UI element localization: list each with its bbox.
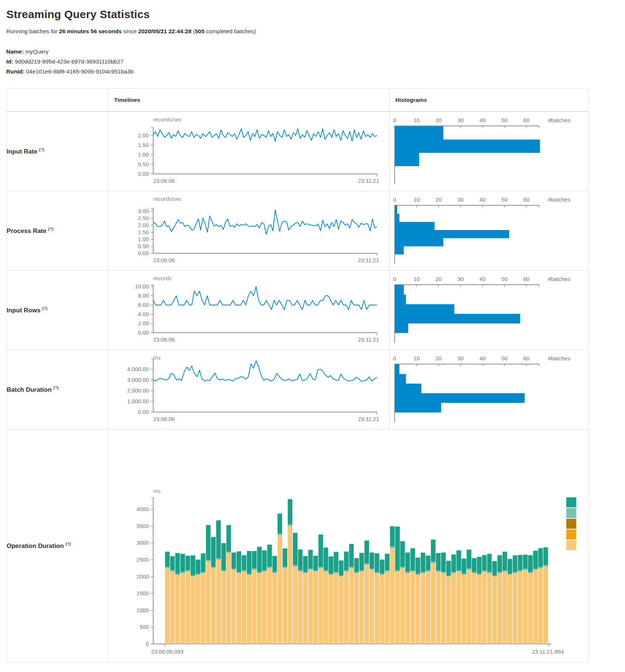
svg-text:1.00: 1.00	[138, 151, 149, 158]
svg-text:60: 60	[523, 355, 530, 361]
svg-text:records: records	[153, 275, 172, 281]
svg-text:23:06:06: 23:06:06	[153, 257, 175, 263]
svg-text:0: 0	[393, 117, 396, 123]
svg-text:30: 30	[457, 355, 464, 361]
operation-duration-label: Operation Duration	[7, 542, 64, 549]
svg-text:8.00: 8.00	[138, 292, 149, 299]
svg-text:0.50: 0.50	[138, 243, 149, 249]
query-id-row: Id: 9d0dd219-995d-423e-b97d-36931110bb27	[6, 56, 619, 66]
legend-swatch-4[interactable]	[566, 540, 576, 550]
histogram-svg: 0102030405060#batches	[389, 271, 588, 350]
input-rows-timeline-cell: records10.008.006.004.002.000.0023:06:06…	[108, 271, 389, 350]
batch-duration-help-icon[interactable]: (?)	[54, 385, 59, 390]
legend-swatch-3[interactable]	[566, 529, 576, 539]
subtitle-segment: Running batches for	[6, 28, 59, 34]
batch-duration-label: Batch Duration	[7, 386, 52, 393]
timelines-column-header: Timelines	[108, 89, 389, 112]
svg-text:0.00: 0.00	[138, 409, 149, 415]
histogram-svg: 0102030405060#batches	[389, 191, 588, 270]
svg-text:4,000.00: 4,000.00	[127, 366, 149, 372]
operation-duration-row: Operation Duration (?) ms400035003000250…	[7, 429, 588, 662]
query-runid-label: RunId:	[6, 68, 24, 75]
svg-text:20: 20	[436, 276, 442, 282]
process-rate-row: Process Rate (?) records/sec3.002.502.00…	[7, 191, 588, 271]
subtitle-segment: completed batches)	[205, 28, 256, 34]
svg-text:23:06:06: 23:06:06	[153, 336, 175, 343]
input-rows-histogram-cell: 0102030405060#batches	[389, 271, 588, 350]
input-rows-label: Input Rows	[7, 307, 41, 314]
svg-text:40: 40	[480, 355, 486, 361]
query-name-value: myQuery	[25, 48, 49, 55]
input-rows-label-cell: Input Rows (?)	[7, 271, 108, 350]
svg-text:30: 30	[457, 117, 464, 123]
process-rate-label-cell: Process Rate (?)	[7, 191, 108, 271]
operation-duration-chart: ms4000350030002500200015001000500023:06:…	[108, 429, 588, 662]
svg-text:3,000.00: 3,000.00	[127, 377, 149, 383]
input-rate-help-icon[interactable]: (?)	[39, 147, 44, 152]
svg-text:ms: ms	[153, 354, 161, 361]
svg-text:1.50: 1.50	[138, 229, 149, 235]
svg-text:10: 10	[413, 196, 420, 203]
histogram-svg: 0102030405060#batches	[389, 350, 588, 429]
streaming-query-statistics-page: Streaming Query Statistics Running batch…	[0, 0, 625, 662]
svg-text:records/sec: records/sec	[153, 116, 182, 123]
svg-text:500: 500	[140, 624, 149, 630]
svg-text:ms: ms	[153, 488, 161, 494]
query-runid-value: 04e101e6-8bf8-4165-9099-9104c951ba3b	[26, 68, 133, 75]
input-rows-help-icon[interactable]: (?)	[42, 306, 47, 311]
input-rate-row: Input Rate (?) records/sec2.001.501.000.…	[7, 112, 588, 191]
svg-text:23:11:21: 23:11:21	[358, 257, 379, 263]
svg-text:2,000.00: 2,000.00	[127, 387, 149, 394]
svg-text:2.50: 2.50	[138, 215, 149, 221]
svg-text:4000: 4000	[137, 506, 149, 512]
batch-duration-row: Batch Duration (?) ms4,000.003,000.002,0…	[7, 350, 588, 429]
process-rate-help-icon[interactable]: (?)	[48, 227, 53, 231]
svg-text:0.50: 0.50	[138, 161, 149, 167]
svg-text:23:11:21: 23:11:21	[358, 416, 379, 422]
svg-text:1.00: 1.00	[138, 236, 149, 242]
subtitle-segment: since	[122, 28, 138, 34]
svg-text:30: 30	[457, 196, 464, 203]
histograms-column-header: Histograms	[389, 89, 588, 112]
svg-text:50: 50	[501, 276, 508, 282]
batch-duration-histogram-cell: 0102030405060#batches	[389, 350, 588, 429]
svg-text:1,000.00: 1,000.00	[127, 398, 149, 404]
svg-text:23:06:06: 23:06:06	[153, 178, 175, 184]
legend-swatch-0[interactable]	[566, 497, 576, 507]
svg-text:40: 40	[480, 276, 486, 282]
svg-text:23:11:21: 23:11:21	[358, 178, 379, 184]
process-rate-label: Process Rate	[7, 227, 47, 234]
timeline-svg: records10.008.006.004.002.000.0023:06:06…	[108, 271, 389, 350]
input-rows-histogram-chart: 0102030405060#batches	[389, 271, 588, 350]
svg-text:10: 10	[413, 276, 420, 282]
svg-text:23:06:06: 23:06:06	[153, 416, 175, 422]
table-header-row: Timelines Histograms	[7, 89, 588, 112]
subtitle-segment: (	[192, 28, 195, 34]
query-name-label: Name:	[6, 48, 24, 55]
batch-duration-timeline-cell: ms4,000.003,000.002,000.001,000.000.0023…	[108, 350, 389, 429]
timeline-svg: records/sec3.002.502.001.501.000.500.002…	[108, 191, 389, 270]
svg-text:#batches: #batches	[548, 355, 570, 361]
svg-text:3.00: 3.00	[138, 208, 149, 214]
svg-text:0: 0	[393, 276, 396, 282]
legend-swatch-1[interactable]	[566, 508, 576, 518]
timeline-svg: ms4,000.003,000.002,000.001,000.000.0023…	[108, 350, 389, 429]
svg-text:10: 10	[413, 355, 420, 361]
batch-duration-timeline-chart: ms4,000.003,000.002,000.001,000.000.0023…	[108, 350, 389, 429]
svg-text:50: 50	[501, 117, 508, 123]
process-rate-timeline-cell: records/sec3.002.502.001.501.000.500.002…	[108, 191, 389, 271]
svg-text:0: 0	[146, 641, 149, 647]
svg-text:10.00: 10.00	[135, 283, 149, 289]
svg-text:0.00: 0.00	[138, 329, 149, 336]
subtitle-segment: 2020/05/21 22:44:28	[138, 28, 192, 34]
svg-text:#batches: #batches	[548, 196, 570, 203]
batch-duration-label-cell: Batch Duration (?)	[7, 350, 108, 429]
operation-duration-help-icon[interactable]: (?)	[66, 542, 71, 546]
process-rate-histogram-cell: 0102030405060#batches	[389, 191, 588, 271]
svg-text:0.00: 0.00	[138, 250, 149, 256]
svg-text:20: 20	[436, 355, 442, 361]
histogram-svg: 0102030405060#batches	[389, 112, 588, 191]
input-rows-row: Input Rows (?) records10.008.006.004.002…	[7, 271, 588, 350]
input-rate-timeline-cell: records/sec2.001.501.000.500.0023:06:062…	[108, 112, 389, 191]
legend-swatch-2[interactable]	[566, 519, 576, 529]
